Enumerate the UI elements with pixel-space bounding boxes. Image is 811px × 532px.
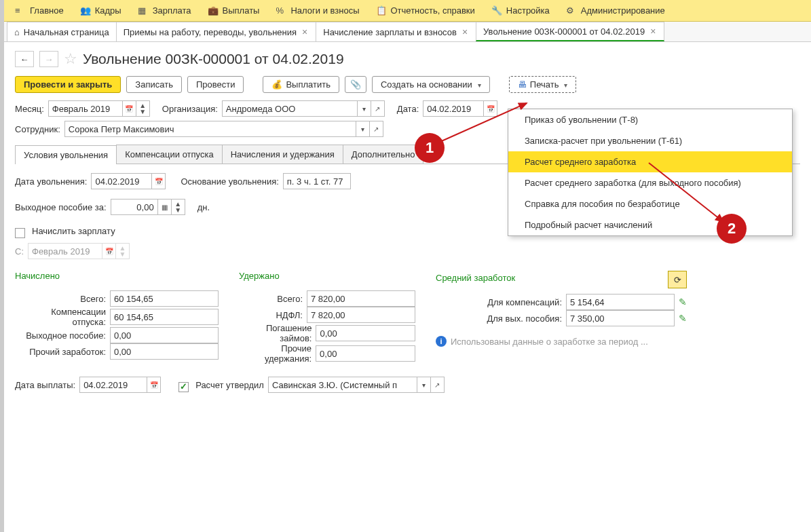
severance-days-field[interactable]: 0,00	[111, 199, 158, 215]
employee-open-icon[interactable]: ↗	[370, 121, 383, 137]
date-calendar-icon[interactable]: 📅	[484, 100, 497, 117]
month-field-group: Февраль 2019 📅 ▲▼	[48, 100, 150, 117]
value-field: 0,00	[110, 327, 219, 343]
avg-info-text: Использованы данные о заработке за перио…	[451, 337, 648, 347]
tab-close-icon[interactable]: ×	[461, 26, 469, 37]
date-label: Дата:	[397, 104, 419, 114]
home-icon: ⌂	[14, 27, 20, 37]
tab[interactable]: ⌂Начальная страница	[7, 22, 117, 41]
edit-icon[interactable]: ✎	[679, 297, 687, 307]
topmenu-item[interactable]: 🔧Настройка	[483, 0, 558, 21]
fire-date-calendar-icon[interactable]: 📅	[152, 173, 166, 189]
print-button[interactable]: 🖶 Печать	[509, 76, 577, 93]
month-field[interactable]: Февраль 2019	[48, 100, 123, 117]
attach-button[interactable]: 📎	[345, 76, 366, 93]
page-header: ← → ☆ Увольнение 00ЗК-000001 от 04.02.20…	[4, 42, 811, 73]
subtab[interactable]: Компенсации отпуска	[116, 145, 223, 164]
summary-row: Компенсации отпуска: 60 154,65	[15, 307, 219, 327]
page-title: Увольнение 00ЗК-000001 от 04.02.2019	[83, 51, 344, 67]
info-icon: i	[436, 336, 447, 347]
from-month-field: Февраль 2019	[28, 243, 102, 259]
summary-row: Прочий заработок: 0,00	[15, 343, 219, 360]
favorite-star-icon[interactable]: ☆	[64, 50, 77, 68]
employee-field[interactable]: Сорока Петр Максимович	[64, 121, 356, 137]
fire-date-field[interactable]: 04.02.2019	[91, 173, 152, 189]
topmenu-item[interactable]: ≡Главное	[7, 0, 72, 21]
save-button[interactable]: Записать	[126, 76, 182, 93]
approver-field[interactable]: Савинская З.Ю. (Системный п	[268, 377, 417, 393]
org-dropdown-icon[interactable]: ▾	[358, 100, 371, 117]
wrench-icon: 🔧	[491, 5, 502, 16]
value-field: 0,00	[316, 345, 415, 362]
gear-icon: ⚙	[566, 5, 577, 16]
annotation-2: 2	[717, 214, 747, 244]
approver-open-icon[interactable]: ↗	[431, 377, 445, 393]
month-spinner[interactable]: ▲▼	[136, 100, 150, 117]
tab-close-icon[interactable]: ×	[301, 26, 309, 37]
users-icon: 👥	[80, 5, 91, 16]
org-label: Организация:	[162, 104, 218, 114]
refill-button[interactable]: ⟳	[668, 271, 687, 288]
approved-checkbox[interactable]	[178, 382, 189, 392]
from-calendar-icon: 📅	[102, 243, 116, 259]
annotation-1: 1	[415, 133, 445, 163]
basis-field[interactable]: п. 3 ч. 1 ст. 77	[283, 173, 351, 189]
topmenu-item[interactable]: ▦Зарплата	[130, 0, 200, 21]
employee-label: Сотрудник:	[15, 124, 60, 134]
topmenu-item[interactable]: 👥Кадры	[72, 0, 130, 21]
month-label: Месяц:	[15, 104, 44, 114]
toolbar: Провести и закрыть Записать Провести 💰 В…	[4, 73, 811, 98]
pay-button[interactable]: 💰 Выплатить	[263, 76, 339, 93]
post-and-close-button[interactable]: Провести и закрыть	[15, 76, 121, 93]
subtab[interactable]: Начисления и удержания	[222, 145, 343, 164]
pay-date-calendar-icon[interactable]: 📅	[147, 377, 161, 393]
approver-dropdown-icon[interactable]: ▾	[417, 377, 431, 393]
topmenu-item[interactable]: %Налоги и взносы	[267, 0, 367, 21]
refresh-icon: ⟳	[674, 275, 681, 285]
accrue-salary-checkbox[interactable]	[15, 228, 25, 238]
create-based-on-button[interactable]: Создать на основании	[372, 76, 490, 93]
post-button[interactable]: Провести	[187, 76, 244, 93]
print-menu-item[interactable]: Расчет среднего заработка	[508, 151, 792, 172]
pay-date-field[interactable]: 04.02.2019	[79, 377, 147, 393]
topmenu-item[interactable]: ⚙Администрирование	[558, 0, 673, 21]
avg-head: Средний заработок	[436, 273, 515, 283]
print-menu-item[interactable]: Подробный расчет начислений	[508, 214, 792, 235]
org-field[interactable]: Андромеда ООО	[222, 100, 358, 117]
print-menu-item[interactable]: Записка-расчет при увольнении (Т-61)	[508, 130, 792, 151]
severance-label: Выходное пособие за:	[15, 202, 107, 212]
tab[interactable]: Начисление зарплаты и взносов×	[316, 22, 476, 41]
tab[interactable]: Увольнение 00ЗК-000001 от 04.02.2019×	[476, 22, 664, 41]
accrued-head: Начислено	[15, 271, 219, 281]
tab[interactable]: Приемы на работу, переводы, увольнения×	[116, 22, 317, 41]
nav-forward-button[interactable]: →	[39, 51, 58, 67]
tab-close-icon[interactable]: ×	[649, 26, 657, 37]
top-menu: ≡Главное👥Кадры▦Зарплата💼Выплаты%Налоги и…	[4, 0, 811, 22]
org-open-icon[interactable]: ↗	[371, 100, 385, 117]
value-field: 0,00	[110, 343, 219, 360]
subtab[interactable]: Условия увольнения	[15, 145, 117, 164]
print-menu-item[interactable]: Справка для пособия по безработице	[508, 193, 792, 214]
print-menu-item[interactable]: Приказ об увольнении (Т-8)	[508, 109, 792, 130]
topmenu-item[interactable]: 💼Выплаты	[200, 0, 268, 21]
tabs-bar: ⌂Начальная страницаПриемы на работу, пер…	[4, 22, 811, 42]
value-field: 5 154,64	[566, 294, 675, 310]
severance-calc-icon[interactable]: ▦	[158, 199, 172, 215]
withheld-head: Удержано	[239, 271, 415, 281]
topmenu-item[interactable]: 📋Отчетность, справки	[368, 0, 483, 21]
edit-icon[interactable]: ✎	[679, 313, 687, 324]
nav-back-button[interactable]: ←	[15, 51, 34, 67]
print-menu-item[interactable]: Расчет среднего заработка (для выходного…	[508, 172, 792, 193]
approved-label: Расчет утвердил	[195, 380, 264, 390]
date-field-group: 04.02.2019 📅	[423, 100, 497, 117]
subtab[interactable]: Дополнительно	[343, 145, 424, 164]
value-field: 7 350,00	[566, 310, 675, 326]
value-field: 60 154,65	[110, 290, 219, 307]
table-icon: ▦	[138, 5, 149, 16]
date-field[interactable]: 04.02.2019	[423, 100, 484, 117]
summary-row: Для вых. пособия: 7 350,00✎	[436, 310, 687, 326]
severance-spinner[interactable]: ▲▼	[172, 199, 185, 215]
month-calendar-icon[interactable]: 📅	[123, 100, 136, 117]
summary-row: Для компенсаций: 5 154,64✎	[436, 294, 687, 310]
employee-dropdown-icon[interactable]: ▾	[356, 121, 370, 137]
